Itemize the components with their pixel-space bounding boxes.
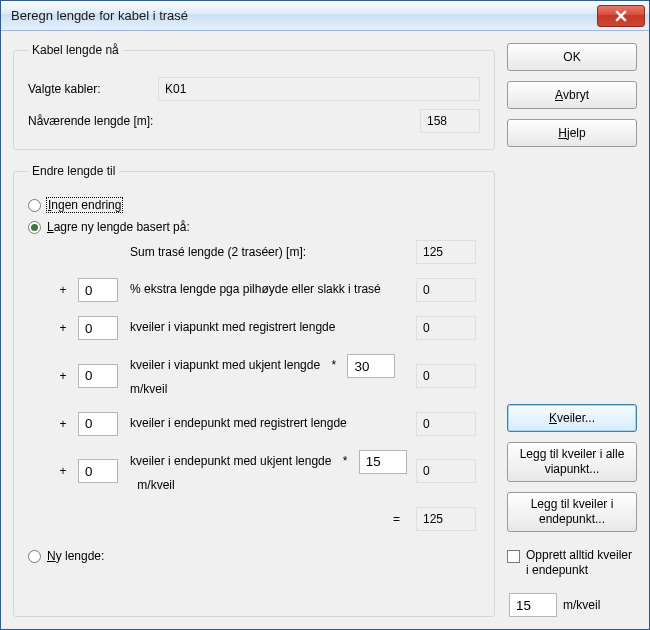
end-unk-input[interactable]: [78, 459, 118, 483]
client-area: Kabel lengde nå Valgte kabler: K01 Nåvær…: [1, 31, 649, 629]
radio-new-length-label: Ny lengde:: [47, 549, 104, 563]
via-unk-mkveil-input[interactable]: [347, 354, 395, 378]
calculation-block: Sum trasé lengde (2 traséer) [m]: 125 + …: [56, 240, 480, 531]
close-icon: [615, 10, 627, 22]
radio-new-length[interactable]: Ny lengde:: [28, 549, 480, 563]
extra-pct-output: 0: [416, 278, 476, 302]
sum-trace-value: 125: [416, 240, 476, 264]
radio-save-new-label: Lagre ny lengde basert på:: [47, 220, 190, 234]
via-unk-label: kveiler i viapunkt med ukjent lengde * m…: [130, 354, 408, 398]
right-column: OK Avbryt Hjelp Kveiler... Legg til kvei…: [507, 43, 637, 617]
left-column: Kabel lengde nå Valgte kabler: K01 Nåvær…: [13, 43, 495, 617]
always-create-coil-label: Opprett alltid kveiler i endepunkt: [526, 548, 637, 579]
plus-sign: +: [56, 464, 70, 478]
radio-no-change-label: Ingen endring: [47, 198, 122, 212]
current-length-value: 158: [420, 109, 480, 133]
group-change-length-legend: Endre lengde til: [28, 164, 119, 178]
group-current-length-legend: Kabel lengde nå: [28, 43, 123, 57]
kveiler-button[interactable]: Kveiler...: [507, 404, 637, 432]
end-reg-label: kveiler i endepunkt med registrert lengd…: [130, 416, 408, 432]
titlebar: Beregn lengde for kabel i trasé: [1, 1, 649, 31]
selected-cables-label: Valgte kabler:: [28, 82, 148, 96]
plus-sign: +: [56, 283, 70, 297]
total-output: 125: [416, 507, 476, 531]
ok-button[interactable]: OK: [507, 43, 637, 71]
via-unk-input[interactable]: [78, 364, 118, 388]
radio-icon: [28, 221, 41, 234]
plus-sign: +: [56, 321, 70, 335]
via-reg-label: kveiler i viapunkt med registrert lengde: [130, 320, 408, 336]
end-unk-mkveil-input[interactable]: [359, 450, 407, 474]
cancel-button[interactable]: Avbryt: [507, 81, 637, 109]
endpoint-mkveil-unit: m/kveil: [563, 598, 600, 612]
via-reg-output: 0: [416, 316, 476, 340]
end-unk-output: 0: [416, 459, 476, 483]
via-reg-input[interactable]: [78, 316, 118, 340]
help-button[interactable]: Hjelp: [507, 119, 637, 147]
plus-sign: +: [56, 417, 70, 431]
radio-icon: [28, 199, 41, 212]
extra-pct-input[interactable]: [78, 278, 118, 302]
dialog-window: Beregn lengde for kabel i trasé Kabel le…: [0, 0, 650, 630]
end-unk-label: kveiler i endepunkt med ukjent lengde * …: [130, 450, 408, 494]
endpoint-mkveil-input[interactable]: [509, 593, 557, 617]
group-change-length: Endre lengde til Ingen endring Lagre ny …: [13, 164, 495, 617]
via-unk-output: 0: [416, 364, 476, 388]
selected-cables-value: K01: [158, 77, 480, 101]
current-length-label: Nåværende lengde [m]:: [28, 114, 410, 128]
radio-no-change[interactable]: Ingen endring: [28, 198, 480, 212]
extra-pct-label: % ekstra lengde pga pilhøyde eller slakk…: [130, 282, 408, 298]
checkbox-icon: [507, 550, 520, 563]
equals-sign: =: [130, 512, 408, 526]
add-coils-all-via-button[interactable]: Legg til kveiler i alle viapunkt...: [507, 442, 637, 482]
end-reg-output: 0: [416, 412, 476, 436]
group-current-length: Kabel lengde nå Valgte kabler: K01 Nåvær…: [13, 43, 495, 150]
add-coils-endpoint-button[interactable]: Legg til kveiler i endepunkt...: [507, 492, 637, 532]
radio-save-new[interactable]: Lagre ny lengde basert på:: [28, 220, 480, 234]
plus-sign: +: [56, 369, 70, 383]
window-close-button[interactable]: [597, 5, 645, 27]
sum-trace-label: Sum trasé lengde (2 traséer) [m]:: [130, 245, 408, 259]
always-create-coil-checkbox[interactable]: Opprett alltid kveiler i endepunkt: [507, 548, 637, 579]
end-reg-input[interactable]: [78, 412, 118, 436]
radio-icon: [28, 550, 41, 563]
window-title: Beregn lengde for kabel i trasé: [1, 8, 597, 23]
